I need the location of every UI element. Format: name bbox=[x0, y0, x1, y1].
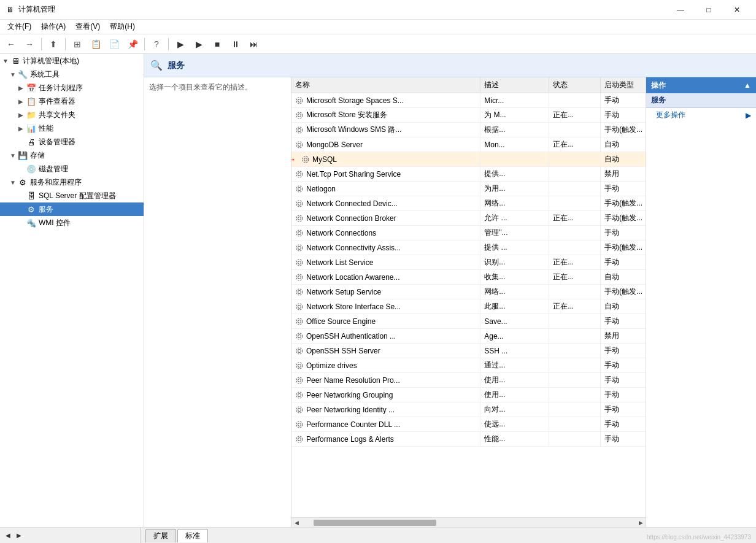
step-button[interactable]: ⏭ bbox=[245, 36, 263, 52]
table-row[interactable]: Network Connected Devic...网络...手动(触发...才 bbox=[291, 196, 646, 211]
scroll-track bbox=[301, 519, 636, 526]
tree-root[interactable]: ▼ 🖥 计算机管理(本地) bbox=[0, 54, 144, 67]
close-button[interactable]: ✕ bbox=[723, 0, 751, 20]
maximize-button[interactable]: □ bbox=[695, 0, 723, 20]
tab-expand[interactable]: 扩展 bbox=[145, 529, 176, 542]
toolbar-separator-2 bbox=[65, 38, 66, 50]
svg-point-13 bbox=[296, 186, 303, 192]
sql-icon: 🗄 bbox=[26, 191, 37, 201]
svg-point-10 bbox=[298, 172, 301, 175]
menu-bar: 文件(F) 操作(A) 查看(V) 帮助(H) bbox=[0, 20, 756, 34]
tree-storage[interactable]: ▼ 💾 存储 bbox=[0, 148, 144, 162]
service-starttype-cell: 手动(触发... bbox=[601, 241, 646, 255]
tree-services[interactable]: ⚙ 服务 bbox=[0, 202, 144, 216]
service-gear-icon bbox=[295, 317, 304, 326]
minimize-button[interactable]: — bbox=[666, 0, 695, 20]
table-row[interactable]: Performance Counter DLL ...使远...手动才 bbox=[291, 417, 646, 432]
table-row[interactable]: Microsoft Storage Spaces S...Micr...手动网.… bbox=[291, 93, 646, 108]
table-row[interactable]: Network Connectivity Assis...提供 ...手动(触发… bbox=[291, 241, 646, 255]
tree-sql-server[interactable]: 🗄 SQL Server 配置管理器 bbox=[0, 189, 144, 202]
service-status-cell bbox=[549, 152, 601, 167]
actions-more-operations[interactable]: 更多操作 ▶ bbox=[646, 108, 756, 122]
service-status-cell bbox=[549, 329, 601, 344]
tree-performance[interactable]: ▶ 📊 性能 bbox=[0, 121, 144, 135]
back-button[interactable]: ← bbox=[2, 36, 20, 52]
tree-disk-mgmt[interactable]: 💿 磁盘管理 bbox=[0, 162, 144, 175]
play-button[interactable]: ▶ bbox=[172, 36, 189, 52]
scroll-prev-btn[interactable]: ◀ bbox=[2, 530, 14, 541]
scroll-right-btn[interactable]: ▶ bbox=[636, 518, 646, 528]
service-status-cell: 正在... bbox=[549, 299, 601, 314]
menu-view[interactable]: 查看(V) bbox=[71, 20, 105, 33]
stop-button[interactable]: ■ bbox=[209, 36, 226, 52]
tree-device-manager[interactable]: 🖨 设备管理器 bbox=[0, 135, 144, 148]
table-row[interactable]: Network Connections管理"...手动才 bbox=[291, 226, 646, 241]
table-row[interactable]: Peer Networking Identity ...向对...手动才 bbox=[291, 402, 646, 417]
copy-button[interactable]: 📄 bbox=[106, 36, 123, 52]
menu-action[interactable]: 操作(A) bbox=[36, 20, 71, 33]
table-row[interactable]: Office Source EngineSave...手动才 bbox=[291, 314, 646, 329]
scroll-thumb[interactable] bbox=[314, 520, 436, 526]
pause-button[interactable]: ⏸ bbox=[227, 36, 244, 52]
table-row[interactable]: Net.Tcp Port Sharing Service提供...禁用才 bbox=[291, 167, 646, 182]
tree-label-disk: 磁盘管理 bbox=[39, 164, 68, 174]
scroll-next-btn[interactable]: ▶ bbox=[14, 530, 25, 541]
service-starttype-cell: 手动(触发... bbox=[601, 211, 646, 226]
table-row[interactable]: Microsoft Store 安装服务为 M...正在...手动才 bbox=[291, 108, 646, 123]
service-desc-cell: 使用... bbox=[480, 388, 549, 402]
table-row[interactable]: Peer Networking Grouping使用...手动才 bbox=[291, 388, 646, 402]
table-row[interactable]: Network Connection Broker允许 ...正在...手动(触… bbox=[291, 211, 646, 226]
col-desc[interactable]: 描述 bbox=[480, 77, 549, 93]
col-name[interactable]: 名称 bbox=[291, 77, 480, 93]
table-row[interactable]: Network List Service识别...正在...手动才 bbox=[291, 255, 646, 270]
service-gear-icon bbox=[295, 214, 304, 223]
services-header-icon: 🔍 bbox=[150, 60, 163, 71]
storage-icon: 💾 bbox=[17, 151, 28, 160]
table-row[interactable]: OpenSSH SSH ServerSSH ...手动才 bbox=[291, 344, 646, 358]
table-row[interactable]: OpenSSH Authentication ...Age...禁用才 bbox=[291, 329, 646, 344]
properties-button[interactable]: 📋 bbox=[87, 36, 104, 52]
table-row[interactable]: Network Store Interface Se...此服...正在...自… bbox=[291, 299, 646, 314]
col-starttype[interactable]: 启动类型 bbox=[601, 77, 646, 93]
table-row[interactable]: → MySQL自动才 bbox=[291, 152, 646, 167]
tree-task-scheduler[interactable]: ▶ 📅 任务计划程序 bbox=[0, 81, 144, 94]
svg-point-4 bbox=[298, 128, 301, 131]
table-row[interactable]: Microsoft Windows SMS 路...根据...手动(触发...才 bbox=[291, 123, 646, 137]
table-row[interactable]: MongoDB ServerMon...正在...自动网... bbox=[291, 137, 646, 152]
tree-label-shared: 共享文件夹 bbox=[39, 110, 75, 120]
help-button[interactable]: ? bbox=[148, 36, 165, 52]
menu-file[interactable]: 文件(F) bbox=[2, 20, 36, 33]
tree-services-apps[interactable]: ▼ ⚙ 服务和应用程序 bbox=[0, 175, 144, 189]
service-starttype-cell: 自动 bbox=[601, 137, 646, 152]
tree-wmi[interactable]: 🔩 WMI 控件 bbox=[0, 216, 144, 229]
paste-button[interactable]: 📌 bbox=[124, 36, 141, 52]
play2-button[interactable]: ▶ bbox=[190, 36, 207, 52]
service-gear-icon bbox=[295, 391, 304, 399]
service-name-cell: Microsoft Store 安装服务 bbox=[291, 108, 480, 123]
services-table-container[interactable]: 名称 描述 状态 启动类型 登 Microsoft Storage Spaces… bbox=[291, 77, 646, 517]
table-row[interactable]: Network Location Awarene...收集...正在...自动网… bbox=[291, 270, 646, 285]
service-name-cell: Netlogon bbox=[291, 182, 480, 196]
table-row[interactable]: Peer Name Resolution Pro...使用...手动才 bbox=[291, 373, 646, 388]
tree-event-viewer[interactable]: ▶ 📋 事件查看器 bbox=[0, 94, 144, 108]
service-desc-cell: 性能... bbox=[480, 432, 549, 447]
service-starttype-cell: 手动 bbox=[601, 344, 646, 358]
horizontal-scrollbar[interactable]: ◀ ▶ bbox=[291, 517, 646, 527]
table-row[interactable]: Netlogon为用...手动才 bbox=[291, 182, 646, 196]
table-row[interactable]: Network Setup Service网络...手动(触发...才 bbox=[291, 285, 646, 299]
service-status-cell bbox=[549, 93, 601, 108]
table-row[interactable]: Performance Logs & Alerts性能...手动才 bbox=[291, 432, 646, 447]
up-button[interactable]: ⬆ bbox=[45, 36, 62, 52]
col-status[interactable]: 状态 bbox=[549, 77, 601, 93]
service-starttype-cell: 手动 bbox=[601, 417, 646, 432]
tab-standard[interactable]: 标准 bbox=[177, 529, 208, 542]
tree-shared-folders[interactable]: ▶ 📁 共享文件夹 bbox=[0, 108, 144, 121]
service-desc-cell: 此服... bbox=[480, 299, 549, 314]
scroll-left-btn[interactable]: ◀ bbox=[291, 518, 301, 528]
show-hide-button[interactable]: ⊞ bbox=[69, 36, 86, 52]
table-row[interactable]: Optimize drives通过...手动才 bbox=[291, 358, 646, 373]
tree-system-tools[interactable]: ▼ 🔧 系统工具 bbox=[0, 67, 144, 81]
forward-button[interactable]: → bbox=[21, 36, 38, 52]
menu-help[interactable]: 帮助(H) bbox=[105, 20, 140, 33]
service-name-cell: Network Connections bbox=[291, 226, 480, 241]
